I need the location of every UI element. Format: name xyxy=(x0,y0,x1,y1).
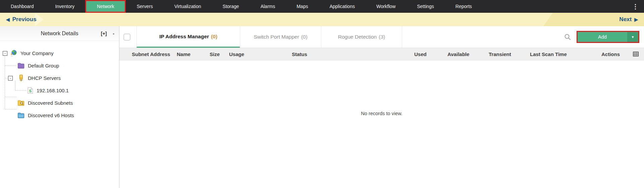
tree-connector xyxy=(15,90,26,91)
kebab-menu-icon[interactable]: ⋮ xyxy=(627,0,644,13)
column-header-name[interactable]: Name xyxy=(177,51,191,57)
column-header-used[interactable]: Used xyxy=(414,51,427,57)
column-header-actions[interactable]: Actions xyxy=(601,51,620,57)
collapse-toggle-icon[interactable]: - xyxy=(8,76,13,81)
tree-item-default-group[interactable]: Default Group xyxy=(0,59,119,72)
previous-arrow-icon: ◀ xyxy=(6,17,10,22)
search-icon[interactable] xyxy=(564,34,571,41)
top-navigation: Dashboard Inventory Network Servers Virt… xyxy=(0,0,644,13)
column-header-size[interactable]: Size xyxy=(210,51,220,57)
collapse-all-button[interactable]: - xyxy=(113,31,114,36)
carousel-banner: ◀ Previous Next ▶ xyxy=(0,13,644,26)
next-arrow-icon: ▶ xyxy=(634,17,638,22)
column-chooser-icon[interactable] xyxy=(633,52,639,57)
nav-item-reports[interactable]: Reports xyxy=(445,0,483,13)
tree-connector xyxy=(15,81,15,90)
nav-item-virtualization[interactable]: Virtualization xyxy=(164,0,212,13)
column-header-last-scan-time[interactable]: Last Scan Time xyxy=(530,51,567,57)
collapse-toggle-icon[interactable]: - xyxy=(3,51,7,56)
tab-count: (0) xyxy=(211,34,217,40)
column-header-status[interactable]: Status xyxy=(292,51,307,57)
previous-label: Previous xyxy=(12,16,37,23)
add-button-label[interactable]: Add xyxy=(578,32,627,42)
tree-item-label: Default Group xyxy=(28,63,59,68)
subnet-document-icon: S xyxy=(28,87,33,94)
tree-connector xyxy=(5,65,16,66)
tab-label: Switch Port Mapper xyxy=(254,34,299,40)
tree-item-dhcp-servers[interactable]: - DHCP Servers xyxy=(0,72,119,84)
network-details-sidebar: Network Details [+] - - xyxy=(0,26,119,188)
tree-item-label: Discovered Subnets xyxy=(28,100,73,106)
column-header-usage[interactable]: Usage xyxy=(229,51,244,57)
tab-count: (0) xyxy=(301,34,308,40)
tree-item-your-company[interactable]: - Your Company xyxy=(0,47,119,59)
tab-rogue-detection[interactable]: Rogue Detection (3) xyxy=(321,26,402,48)
select-all-checkbox[interactable] xyxy=(123,34,130,41)
tree-item-label: Your Company xyxy=(20,50,54,56)
nav-item-maps[interactable]: Maps xyxy=(286,0,319,13)
nav-item-workflow[interactable]: Workflow xyxy=(366,0,406,13)
sidebar-header: Network Details [+] - xyxy=(0,26,119,41)
search-folder-icon xyxy=(17,100,24,106)
nav-item-alarms[interactable]: Alarms xyxy=(250,0,286,13)
nav-item-settings[interactable]: Settings xyxy=(406,0,445,13)
empty-table-message: No records to view. xyxy=(119,111,644,116)
tree-item-label: 192.168.100.1 xyxy=(37,88,69,93)
tree-connector xyxy=(5,109,16,109)
company-globe-icon xyxy=(10,50,17,57)
tree-item-label: Discovered v6 Hosts xyxy=(28,112,74,118)
tab-ip-address-manager[interactable]: IP Address Manager (0) xyxy=(137,26,240,48)
tab-switch-port-mapper[interactable]: Switch Port Mapper (0) xyxy=(240,26,321,48)
tab-bar: IP Address Manager (0) Switch Port Mappe… xyxy=(119,26,644,48)
nav-item-servers[interactable]: Servers xyxy=(126,0,163,13)
nav-item-storage[interactable]: Storage xyxy=(212,0,250,13)
column-header-transient[interactable]: Transient xyxy=(489,51,511,57)
nav-item-network[interactable]: Network xyxy=(85,0,126,13)
purple-folder-icon xyxy=(17,62,24,69)
table-header-row: Subnet Address Name Size Usage Status Us… xyxy=(119,48,644,60)
nav-item-dashboard[interactable]: Dashboard xyxy=(0,0,45,13)
nav-item-inventory[interactable]: Inventory xyxy=(45,0,86,13)
add-dropdown-caret-icon[interactable]: ▾ xyxy=(627,32,638,42)
tree-item-discovered-subnets[interactable]: Discovered Subnets xyxy=(0,97,119,109)
tree-item-discovered-v6-hosts[interactable]: Discovered v6 Hosts xyxy=(0,109,119,122)
next-button[interactable]: Next ▶ xyxy=(619,16,638,23)
network-tree: - Your Company xyxy=(0,41,119,122)
previous-button[interactable]: ◀ Previous xyxy=(6,16,37,23)
tree-connector xyxy=(5,53,5,109)
add-button[interactable]: Add ▾ xyxy=(577,31,639,43)
tab-label: Rogue Detection xyxy=(338,34,377,40)
tab-label: IP Address Manager xyxy=(159,34,209,40)
tree-connector xyxy=(5,97,16,97)
blue-folder-icon xyxy=(17,112,24,119)
dhcp-server-icon xyxy=(17,75,24,82)
nav-item-applications[interactable]: Applications xyxy=(319,0,366,13)
expand-all-button[interactable]: [+] xyxy=(101,31,107,36)
main-panel: IP Address Manager (0) Switch Port Mappe… xyxy=(119,26,644,188)
column-header-available[interactable]: Available xyxy=(447,51,469,57)
svg-text:S: S xyxy=(29,89,32,93)
tab-count: (3) xyxy=(379,34,385,40)
column-header-subnet-address[interactable]: Subnet Address xyxy=(132,51,170,57)
tree-item-label: DHCP Servers xyxy=(28,75,61,81)
next-label: Next xyxy=(619,16,632,23)
